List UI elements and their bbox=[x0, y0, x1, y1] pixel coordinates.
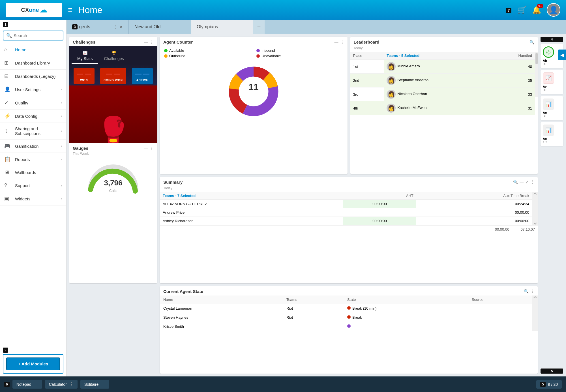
avatar: 👩 bbox=[387, 62, 396, 71]
col-name: Name bbox=[160, 295, 283, 304]
state-dot-purple bbox=[347, 324, 351, 328]
aht-cell: 00:00:00 bbox=[343, 200, 416, 208]
stat-coins-label: COINS WON bbox=[104, 79, 123, 82]
state-dot-red bbox=[347, 306, 351, 310]
dashboards-legacy-icon: ⊟ bbox=[4, 73, 12, 79]
expand-button[interactable]: ◀ bbox=[558, 50, 566, 60]
teams-cell: Riot bbox=[283, 313, 344, 322]
summary-content: Teams - 7 Selected AHT Aux Time Break AL… bbox=[160, 192, 538, 225]
menu-dots-icon[interactable]: ⋮ bbox=[530, 180, 534, 184]
badge-5-bottom: 5 bbox=[540, 382, 546, 387]
gauges-title: Gauges bbox=[73, 146, 144, 151]
tab-add-button[interactable]: + bbox=[253, 20, 265, 34]
challenges-label: Challenges bbox=[104, 56, 124, 61]
sidebar-item-support[interactable]: ? Support › bbox=[0, 179, 66, 192]
scroll-down-icon[interactable] bbox=[533, 221, 537, 224]
summary-title: Summary bbox=[163, 180, 513, 185]
sidebar-item-dashboard-library[interactable]: ⊞ Dashboard Library bbox=[0, 56, 66, 70]
gauges-menu-icon[interactable]: ⋮ bbox=[150, 146, 154, 151]
sidebar-item-sharing-subscriptions[interactable]: ⇧ Sharing and Subscriptions › bbox=[0, 123, 66, 140]
add-modules-button[interactable]: + Add Modules bbox=[6, 357, 60, 370]
menu-dots-icon[interactable]: ⋮ bbox=[150, 40, 154, 44]
avatar: 👩 bbox=[387, 76, 396, 85]
challenges-tab-challenges[interactable]: 🏆 Challenges bbox=[98, 48, 129, 64]
challenges-tab-mystats[interactable]: 📈 My Stats bbox=[72, 48, 98, 64]
badge-3: 3 bbox=[72, 24, 78, 29]
name-cell: Andrew Price bbox=[160, 208, 343, 217]
tab-close-icon[interactable]: ✕ bbox=[119, 25, 123, 29]
bottom-bar: 6 Notepad ⋮ Calculator ⋮ Solitaire ⋮ 5 9… bbox=[0, 376, 566, 392]
gauge-calls-label: Calls bbox=[109, 188, 117, 193]
gauges-minimize-icon[interactable]: — bbox=[144, 146, 148, 151]
donut-total: 11 bbox=[248, 82, 259, 92]
minimize-icon[interactable]: — bbox=[520, 180, 524, 184]
source-cell bbox=[468, 313, 532, 322]
teams-cell: Riot bbox=[283, 304, 344, 313]
challenges-image: — — WON — — COINS WON — — ACTIVE bbox=[69, 64, 157, 143]
widgets-icon: ▣ bbox=[4, 196, 12, 202]
col-teams[interactable]: Teams - 7 Selected bbox=[160, 192, 343, 200]
search-box[interactable]: 🔍 bbox=[3, 31, 63, 40]
search-input[interactable] bbox=[14, 33, 60, 38]
calculator-menu-icon[interactable]: ⋮ bbox=[69, 382, 74, 387]
menu-dots-icon[interactable]: ⋮ bbox=[340, 40, 344, 44]
sidebar-item-wallboards[interactable]: 🖥 Wallboards bbox=[0, 166, 66, 179]
col-teams[interactable]: Teams - 5 Selected bbox=[384, 52, 491, 60]
tab-actions: ⋮ ✕ bbox=[114, 25, 123, 29]
handled-cell: 35 bbox=[491, 74, 535, 87]
calculator-app[interactable]: Calculator ⋮ bbox=[45, 380, 78, 389]
agent-state-scrollbar[interactable] bbox=[532, 295, 538, 331]
legend-outbound: Outbound bbox=[164, 54, 251, 58]
sidebar-item-label: Data Config. bbox=[15, 114, 61, 119]
stat-coins-value: — — bbox=[104, 70, 123, 78]
widget-actions: 🔍 ⋮ bbox=[524, 289, 534, 294]
ring-floor: 🥊 bbox=[69, 85, 157, 143]
sidebar-item-data-config[interactable]: ⚡ Data Config. › bbox=[0, 110, 66, 123]
inbound-dot bbox=[256, 49, 260, 52]
sidebar-item-dashboards-legacy[interactable]: ⊟ Dashboards (Legacy) bbox=[0, 70, 66, 83]
sidebar-item-gamification[interactable]: 🎮 Gamification › bbox=[0, 140, 66, 153]
tab-agents[interactable]: 3 gents ⋮ ✕ bbox=[67, 20, 129, 34]
avatar: 👩 bbox=[387, 104, 396, 113]
search-icon[interactable]: 🔍 bbox=[524, 289, 529, 294]
sidebar-item-user-settings[interactable]: 👤 User Settings › bbox=[0, 83, 66, 96]
tab-menu-icon[interactable]: ⋮ bbox=[114, 25, 118, 29]
scroll-up-icon[interactable] bbox=[533, 192, 537, 196]
sidebar-item-widgets[interactable]: ▣ Widgets › bbox=[0, 192, 66, 205]
solitaire-app[interactable]: Solitaire ⋮ bbox=[80, 380, 110, 389]
aht-cell bbox=[343, 208, 416, 217]
tab-olympians[interactable]: Olympians bbox=[191, 20, 253, 34]
page-counter: 5 9 / 20 bbox=[536, 380, 562, 389]
menu-icon[interactable]: ≡ bbox=[68, 5, 72, 14]
sidebar-item-home[interactable]: ⌂ Home bbox=[0, 43, 66, 56]
search-icon[interactable]: 🔍 bbox=[513, 180, 518, 184]
chevron-right-icon: › bbox=[61, 157, 62, 161]
search-icon[interactable]: 🔍 bbox=[529, 40, 534, 44]
state-cell bbox=[344, 322, 468, 331]
notepad-menu-icon[interactable]: ⋮ bbox=[34, 382, 38, 387]
leaderboard-scrollbar[interactable] bbox=[535, 52, 538, 97]
tab-new-and-old[interactable]: New and Old bbox=[129, 20, 191, 34]
summary-scrollbar[interactable] bbox=[532, 192, 538, 225]
minimize-icon[interactable]: — bbox=[144, 40, 148, 44]
avatar[interactable]: 👤 bbox=[547, 3, 560, 17]
teams-cell bbox=[283, 322, 344, 331]
sidebar-item-quality[interactable]: ✓ Quality › bbox=[0, 96, 66, 110]
table-row: Ashley Richardson 00:00:00 00:00:00 bbox=[160, 217, 532, 225]
gauge-value: 3,796 bbox=[104, 179, 122, 187]
scroll-up-icon[interactable] bbox=[533, 296, 537, 299]
expand-icon[interactable]: ⤢ bbox=[525, 180, 529, 184]
sidebar-item-label: Home bbox=[15, 47, 62, 52]
solitaire-menu-icon[interactable]: ⋮ bbox=[101, 382, 105, 387]
cart-icon[interactable]: 🛒 bbox=[517, 6, 526, 14]
sharing-icon: ⇧ bbox=[4, 128, 12, 134]
col-source: Source bbox=[468, 295, 532, 304]
sidebar-item-label: Dashboards (Legacy) bbox=[15, 74, 62, 79]
mini-widget-ac1: 📊 Ac 30 bbox=[541, 96, 563, 120]
notepad-app[interactable]: Notepad ⋮ bbox=[12, 380, 42, 389]
stat-won: — — WON bbox=[74, 68, 95, 84]
sidebar-item-reports[interactable]: 📋 Reports › bbox=[0, 153, 66, 166]
minimize-icon[interactable]: — bbox=[335, 40, 338, 44]
menu-dots-icon[interactable]: ⋮ bbox=[530, 289, 534, 294]
dashboard-grid: Challenges — ⋮ 📈 My Stats 🏆 Challenges bbox=[67, 34, 566, 376]
